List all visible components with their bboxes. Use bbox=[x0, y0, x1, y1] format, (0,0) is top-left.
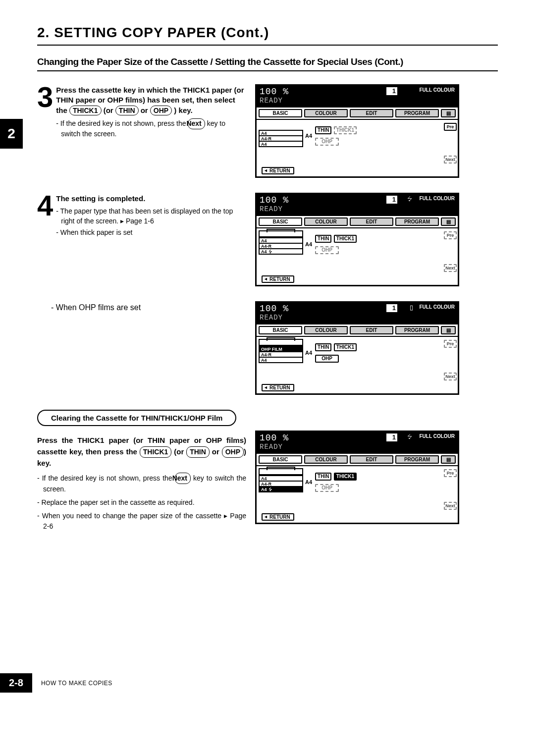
size-a4-label: A4 bbox=[305, 479, 312, 509]
thick-icon-small: ⭍ bbox=[268, 249, 272, 254]
tab-settings-icon[interactable]: ▤ bbox=[441, 217, 456, 226]
colour-mode: FULL COLOUR bbox=[420, 196, 455, 201]
csep2: or bbox=[210, 447, 222, 456]
tab-edit[interactable]: EDIT bbox=[350, 455, 393, 464]
step-3-number: 3 bbox=[37, 84, 53, 141]
return-button[interactable]: RETURN bbox=[262, 167, 294, 174]
tab-basic[interactable]: BASIC bbox=[259, 326, 302, 334]
tab-settings-icon[interactable]: ▤ bbox=[441, 455, 456, 464]
lead-post: ) key. bbox=[172, 106, 192, 114]
tab-colour[interactable]: COLOUR bbox=[304, 217, 348, 226]
return-button[interactable]: RETURN bbox=[262, 384, 294, 391]
page-title: 2. SETTING COPY PAPER (Cont.) bbox=[37, 25, 498, 41]
screen-thick: 100 % READY 1 ⭍ FULL COLOUR BASIC COLOUR… bbox=[255, 193, 459, 286]
thick1-key: THICK1 bbox=[69, 106, 102, 116]
thick-icon-small: ⭍ bbox=[268, 487, 272, 492]
return-button[interactable]: RETURN bbox=[262, 513, 294, 521]
pre-button[interactable]: Pre bbox=[444, 231, 457, 239]
cassette-a4-2[interactable]: A4 bbox=[259, 357, 303, 363]
screen-ohp: 100 % READY 1 ▯ FULL COLOUR BASIC COLOUR… bbox=[255, 301, 459, 395]
tab-basic[interactable]: BASIC bbox=[259, 109, 302, 117]
thick1-button[interactable]: THICK1 bbox=[334, 235, 357, 243]
thick1-button[interactable]: THICK1 bbox=[334, 126, 357, 134]
ohp-button[interactable]: OHP bbox=[315, 138, 339, 146]
ready-status: READY bbox=[260, 443, 283, 451]
thin-button[interactable]: THIN bbox=[315, 343, 331, 351]
tab-colour[interactable]: COLOUR bbox=[304, 326, 348, 334]
cassette-a4-2[interactable]: A4 ⭍ bbox=[259, 248, 303, 255]
tab-edit[interactable]: EDIT bbox=[350, 326, 393, 334]
thick-mode-icon: ⭍ bbox=[407, 433, 413, 440]
title-rule bbox=[37, 45, 498, 46]
sep1: (or bbox=[102, 106, 115, 114]
tab-program[interactable]: PROGRAM bbox=[395, 326, 439, 334]
thin-button[interactable]: THIN bbox=[315, 235, 331, 243]
next-button[interactable]: Next bbox=[444, 373, 457, 380]
screen-clearing: 100 % READY 1 ⭍ FULL COLOUR BASIC COLOUR… bbox=[255, 431, 459, 524]
thick-mode-icon: ⭍ bbox=[407, 195, 413, 203]
cassette-a4-thick[interactable]: A4 ⭍ bbox=[259, 486, 303, 492]
printer-icon bbox=[259, 468, 303, 475]
qty-readout: 1 bbox=[386, 304, 397, 312]
clearing-thin-key: THIN bbox=[186, 446, 210, 458]
section-subtitle: Changing the Paper Size of the Cassette … bbox=[37, 56, 498, 67]
pre-button[interactable]: Pre bbox=[444, 340, 457, 348]
thin-button[interactable]: THIN bbox=[315, 473, 331, 481]
step-3-note: - If the desired key is not shown, press… bbox=[56, 118, 246, 139]
step-4-lead: The setting is completed. bbox=[56, 194, 246, 204]
pre-button[interactable]: Pre bbox=[444, 469, 457, 477]
step-4-number: 4 bbox=[37, 193, 53, 240]
ready-status: READY bbox=[260, 205, 283, 213]
next-button[interactable]: Next bbox=[444, 264, 457, 272]
subtitle-rule bbox=[37, 70, 498, 71]
ohp-key: OHP bbox=[150, 106, 172, 116]
qty-readout: 1 bbox=[386, 87, 397, 95]
cn3-pre: - When you need to change the paper size… bbox=[37, 512, 230, 520]
colour-mode: FULL COLOUR bbox=[420, 304, 455, 310]
ohp-button[interactable]: OHP bbox=[315, 484, 339, 492]
tab-program[interactable]: PROGRAM bbox=[395, 455, 439, 464]
step-4-note-3: - When OHP films are set bbox=[51, 303, 246, 312]
ohp-mode-icon: ▯ bbox=[410, 304, 413, 311]
zoom-readout: 100 % bbox=[260, 87, 289, 97]
ohp-button[interactable]: OHP bbox=[315, 355, 339, 363]
thin-button[interactable]: THIN bbox=[315, 126, 331, 134]
clearing-ohp-key: OHP bbox=[222, 446, 244, 458]
cassette-a4-2[interactable]: A4 bbox=[259, 141, 303, 147]
clearing-heading: Clearing the Cassette for THIN/THICK1/OH… bbox=[37, 410, 236, 426]
sep2: or bbox=[139, 106, 150, 114]
qty-readout: 1 bbox=[386, 196, 397, 204]
clearing-note-3: - When you need to change the paper size… bbox=[37, 511, 246, 532]
thin-key: THIN bbox=[115, 106, 139, 116]
pre-button[interactable]: Pre bbox=[444, 123, 457, 131]
step-4-note-2: - When thick paper is set bbox=[56, 228, 246, 238]
tab-basic[interactable]: BASIC bbox=[259, 455, 302, 464]
ready-status: READY bbox=[260, 314, 283, 322]
page-number-tab: 2-8 bbox=[0, 673, 32, 693]
next-button[interactable]: Next bbox=[444, 156, 457, 163]
thick1-button[interactable]: THICK1 bbox=[334, 343, 357, 351]
next-button[interactable]: Next bbox=[444, 502, 457, 510]
tab-settings-icon[interactable]: ▤ bbox=[441, 109, 456, 117]
tab-program[interactable]: PROGRAM bbox=[395, 217, 439, 226]
printer-icon bbox=[259, 230, 303, 237]
thick1-button-selected[interactable]: THICK1 bbox=[334, 473, 357, 481]
tab-colour[interactable]: COLOUR bbox=[304, 109, 348, 117]
tab-edit[interactable]: EDIT bbox=[350, 217, 393, 226]
tab-colour[interactable]: COLOUR bbox=[304, 455, 348, 464]
tab-program[interactable]: PROGRAM bbox=[395, 109, 439, 117]
ready-status: READY bbox=[260, 97, 283, 105]
colour-mode: FULL COLOUR bbox=[420, 87, 455, 93]
size-a4-label: A4 bbox=[305, 241, 312, 271]
tab-settings-icon[interactable]: ▤ bbox=[441, 326, 456, 334]
tab-basic[interactable]: BASIC bbox=[259, 217, 302, 226]
tab-edit[interactable]: EDIT bbox=[350, 109, 393, 117]
step-4-note-1: - The paper type that has been set is di… bbox=[56, 207, 246, 226]
clearing-note-1: - If the desired key is not shown, press… bbox=[37, 473, 246, 494]
return-button[interactable]: RETURN bbox=[262, 275, 294, 283]
printer-icon bbox=[259, 339, 303, 346]
size-a4-label: A4 bbox=[305, 350, 312, 379]
ohp-button[interactable]: OHP bbox=[315, 246, 339, 254]
clearing-next-key: Next bbox=[175, 473, 191, 484]
screen-step3: 100 % READY 1 FULL COLOUR BASIC COLOUR E… bbox=[255, 84, 459, 178]
